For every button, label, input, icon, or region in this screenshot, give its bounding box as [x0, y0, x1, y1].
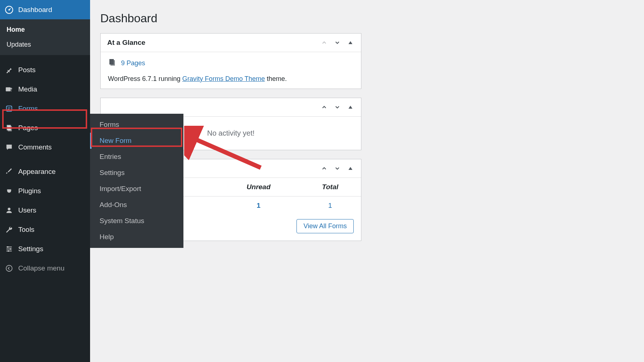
panel-toggle-icon[interactable]	[346, 39, 354, 47]
panel-header: At a Glance	[101, 34, 361, 52]
submenu-entries[interactable]: Entries	[90, 149, 183, 165]
sidebar-item-media[interactable]: Media	[0, 79, 90, 99]
panel-toggle-icon[interactable]	[346, 164, 354, 172]
sidebar-item-label: Appearance	[18, 168, 55, 176]
brush-icon	[4, 167, 14, 176]
sidebar-item-label: Plugins	[18, 187, 41, 195]
sidebar-item-label: Dashboard	[18, 6, 52, 14]
unread-value[interactable]: 1	[218, 196, 299, 215]
panel-title: At a Glance	[107, 39, 146, 47]
col-unread: Unread	[218, 178, 299, 196]
svg-rect-2	[6, 87, 11, 91]
user-icon	[4, 206, 14, 215]
submenu-settings[interactable]: Settings	[90, 165, 183, 181]
svg-point-11	[6, 265, 12, 271]
svg-point-3	[10, 87, 12, 90]
panel-move-up-icon[interactable]	[320, 164, 328, 172]
panel-toggle-icon[interactable]	[346, 103, 354, 111]
svg-point-10	[8, 250, 9, 252]
sidebar-item-label: Comments	[18, 143, 52, 151]
sidebar-item-settings[interactable]: Settings	[0, 239, 90, 258]
sidebar-item-users[interactable]: Users	[0, 201, 90, 220]
panel-controls	[320, 103, 354, 111]
comment-icon	[4, 143, 14, 152]
svg-rect-6	[8, 126, 12, 131]
col-total: Total	[299, 178, 361, 196]
svg-rect-4	[7, 106, 12, 111]
panel-move-up-icon[interactable]	[320, 103, 328, 111]
submenu-addons[interactable]: Add-Ons	[90, 197, 183, 213]
admin-sidebar: Dashboard Home Updates Posts Media Forms…	[0, 0, 90, 362]
panel-move-up-icon[interactable]	[320, 39, 328, 47]
sidebar-item-label: Tools	[18, 226, 34, 234]
wp-version-text: WordPress 6.7.1 running Gravity Forms De…	[108, 75, 354, 83]
media-icon	[4, 85, 14, 94]
sidebar-item-label: Media	[18, 85, 37, 93]
forms-icon	[4, 104, 14, 113]
submenu-new-form[interactable]: New Form	[90, 133, 183, 149]
submenu-help[interactable]: Help	[90, 229, 183, 245]
view-all-forms-button[interactable]: View All Forms	[296, 219, 354, 233]
panel-move-down-icon[interactable]	[333, 103, 341, 111]
svg-point-8	[7, 246, 9, 248]
panel-body: 9 Pages WordPress 6.7.1 running Gravity …	[101, 52, 361, 89]
submenu-forms[interactable]: Forms	[90, 117, 183, 133]
submenu-import-export[interactable]: Import/Export	[90, 181, 183, 197]
wrench-icon	[4, 225, 14, 234]
pages-stack-icon	[108, 58, 117, 69]
total-value[interactable]: 1	[299, 196, 361, 215]
sidebar-item-forms[interactable]: Forms	[0, 99, 90, 118]
panel-move-down-icon[interactable]	[333, 39, 341, 47]
submenu-system-status[interactable]: System Status	[90, 213, 183, 229]
sidebar-item-label: Collapse menu	[18, 264, 65, 272]
sliders-icon	[4, 244, 14, 254]
sidebar-item-label: Users	[18, 206, 36, 214]
collapse-icon	[4, 264, 14, 273]
theme-link[interactable]: Gravity Forms Demo Theme	[182, 75, 265, 82]
dashboard-icon	[4, 5, 14, 15]
sidebar-item-plugins[interactable]: Plugins	[0, 181, 90, 201]
sidebar-item-pages[interactable]: Pages	[0, 118, 90, 137]
forms-submenu: Forms New Form Entries Settings Import/E…	[90, 114, 183, 248]
sidebar-item-label: Forms	[18, 105, 38, 113]
sidebar-item-posts[interactable]: Posts	[0, 60, 90, 79]
svg-point-9	[10, 248, 11, 250]
sidebar-item-dashboard[interactable]: Dashboard	[0, 0, 90, 19]
svg-rect-15	[110, 60, 115, 66]
sidebar-item-label: Settings	[18, 245, 43, 253]
panel-controls	[320, 164, 354, 172]
pin-icon	[4, 65, 14, 75]
plug-icon	[4, 186, 14, 196]
panel-controls	[320, 39, 354, 47]
sidebar-item-label: Posts	[18, 66, 36, 74]
dashboard-subitems: Home Updates	[0, 19, 90, 55]
panel-at-a-glance: At a Glance 9 Pages WordPress 6.7.1 runn…	[100, 33, 361, 89]
sidebar-item-collapse[interactable]: Collapse menu	[0, 258, 90, 278]
sidebar-item-appearance[interactable]: Appearance	[0, 162, 90, 181]
sidebar-item-tools[interactable]: Tools	[0, 220, 90, 239]
sidebar-item-label: Pages	[18, 124, 38, 132]
sidebar-subitem-home[interactable]: Home	[0, 22, 90, 37]
pages-link[interactable]: 9 Pages	[121, 59, 145, 67]
svg-point-1	[8, 9, 10, 11]
pages-icon	[4, 123, 14, 133]
svg-point-7	[8, 207, 10, 210]
page-title: Dashboard	[100, 12, 634, 25]
sidebar-subitem-updates[interactable]: Updates	[0, 37, 90, 52]
sidebar-item-comments[interactable]: Comments	[0, 137, 90, 157]
panel-move-down-icon[interactable]	[333, 164, 341, 172]
